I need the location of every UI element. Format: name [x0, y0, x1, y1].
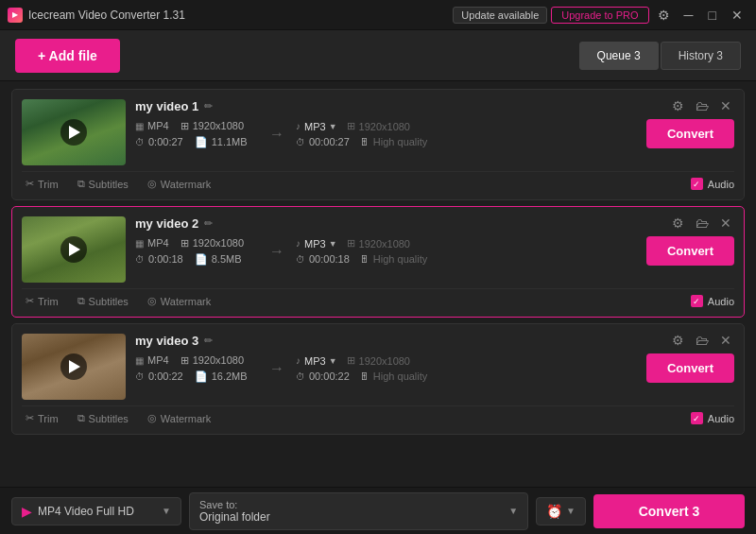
- audio-checkbox-1[interactable]: ✓ Audio: [691, 178, 734, 190]
- video-folder-button-1[interactable]: 🗁: [693, 97, 712, 114]
- subtitles-button-3[interactable]: ⧉ Subtitles: [74, 410, 144, 426]
- edit-icon-1[interactable]: ✏: [204, 100, 213, 112]
- target-duration-3: 00:00:22: [309, 370, 350, 382]
- video-thumb-2[interactable]: [22, 216, 126, 283]
- arrow-2: →: [258, 243, 296, 260]
- video-thumb-3[interactable]: [22, 334, 126, 400]
- video-item-1: ⚙ 🗁 ✕ my video 1 ✏ ▦: [11, 89, 745, 200]
- edit-icon-3[interactable]: ✏: [204, 335, 213, 347]
- timer-chevron-icon: ▼: [566, 506, 576, 516]
- subtitles-icon-2: ⧉: [77, 295, 85, 307]
- convert-button-3[interactable]: Convert: [646, 353, 734, 383]
- watermark-button-3[interactable]: ◎ Watermark: [144, 410, 226, 426]
- source-duration-2: 0:00:18: [148, 253, 183, 265]
- history-tab[interactable]: History 3: [661, 42, 741, 70]
- video-folder-button-3[interactable]: 🗁: [693, 332, 712, 349]
- source-format-2: MP4: [147, 237, 169, 249]
- source-duration-line-1: ⏱ 0:00:27 📄 11.1MB: [135, 136, 258, 148]
- subtitles-label-2: Subtitles: [89, 296, 129, 307]
- audio-label-3: Audio: [708, 413, 734, 424]
- audio-checkbox-3[interactable]: ✓ Audio: [691, 412, 734, 424]
- info-target-1: ♪ MP3 ▼ ⊞ 1920x1080 ⏱ 00:00:27 🎚 High qu…: [296, 120, 447, 147]
- trim-button-3[interactable]: ✂ Trim: [22, 410, 74, 426]
- video-thumb-1[interactable]: [22, 99, 126, 165]
- update-badge: Update available: [453, 7, 547, 24]
- video-settings-button-3[interactable]: ⚙: [669, 332, 687, 349]
- video-item-2: ⚙ 🗁 ✕ my video 2 ✏ ▦: [11, 206, 745, 318]
- video-close-button-1[interactable]: ✕: [717, 97, 734, 114]
- play-overlay-2[interactable]: [60, 236, 87, 263]
- format-icon-1: ▦: [135, 121, 144, 131]
- duration-icon-2: ⏱: [135, 254, 145, 265]
- subtitles-button-1[interactable]: ⧉ Subtitles: [74, 176, 144, 192]
- video-item-3: ⚙ 🗁 ✕ my video 3 ✏ ▦: [11, 323, 745, 435]
- target-resolution-2: 1920x1080: [359, 238, 410, 250]
- main-content: ⚙ 🗁 ✕ my video 1 ✏ ▦: [0, 81, 756, 487]
- target-res-icon-3: ⊞: [347, 354, 355, 367]
- queue-tab[interactable]: Queue 3: [579, 42, 659, 70]
- item-actions-top-3: ⚙ 🗁 ✕: [669, 332, 734, 349]
- video-item-top-3: my video 3 ✏ ▦ MP4 ⊞ 1920x1080 ⏱ 0:00:: [22, 334, 734, 400]
- convert-button-2[interactable]: Convert: [646, 236, 734, 266]
- target-duration-line-3: ⏱ 00:00:22 🎚 High quality: [296, 370, 447, 382]
- trim-label-3: Trim: [38, 413, 59, 424]
- toolbar: + Add file Queue 3 History 3: [0, 30, 756, 81]
- title-bar: ▶ Icecream Video Converter 1.31 Update a…: [0, 0, 756, 30]
- video-info-row-3: ▦ MP4 ⊞ 1920x1080 ⏱ 0:00:22 📄 16.2MB →: [135, 353, 734, 383]
- app-icon: ▶: [8, 8, 23, 23]
- format-selector[interactable]: ▶ MP4 Video Full HD ▼: [11, 497, 181, 525]
- watermark-button-2[interactable]: ◎ Watermark: [144, 293, 226, 309]
- convert-all-button[interactable]: Convert 3: [593, 494, 745, 528]
- bottom-bar: ▶ MP4 Video Full HD ▼ Save to: Original …: [0, 487, 756, 534]
- subtitles-label-3: Subtitles: [89, 413, 129, 424]
- video-name-row-1: my video 1 ✏: [135, 99, 734, 113]
- maximize-button[interactable]: □: [703, 6, 722, 25]
- title-bar-right: Update available Upgrade to PRO ⚙ ─ □ ✕: [453, 6, 748, 25]
- target-quality-icon-2: 🎚: [359, 253, 369, 265]
- timer-button[interactable]: ⏰ ▼: [536, 497, 586, 525]
- audio-checkbox-2[interactable]: ✓ Audio: [691, 295, 734, 307]
- audio-label-1: Audio: [708, 179, 734, 190]
- target-format-chevron-3: ▼: [329, 356, 337, 366]
- trim-button-1[interactable]: ✂ Trim: [22, 176, 74, 192]
- add-file-button[interactable]: + Add file: [15, 39, 120, 73]
- save-to-value: Original folder: [199, 510, 270, 524]
- target-format-badge-3[interactable]: MP3 ▼: [304, 355, 337, 367]
- trim-label-1: Trim: [38, 179, 59, 190]
- video-close-button-3[interactable]: ✕: [717, 332, 734, 349]
- audio-check-icon-3: ✓: [691, 412, 703, 424]
- trim-button-2[interactable]: ✂ Trim: [22, 293, 74, 309]
- source-format-line-2: ▦ MP4 ⊞ 1920x1080: [135, 237, 258, 250]
- upgrade-button[interactable]: Upgrade to PRO: [551, 7, 648, 24]
- target-format-icon-1: ♪: [296, 121, 301, 131]
- subtitles-button-2[interactable]: ⧉ Subtitles: [74, 293, 144, 309]
- play-overlay-3[interactable]: [60, 353, 87, 380]
- save-to-selector[interactable]: Save to: Original folder ▼: [189, 492, 528, 530]
- watermark-icon-1: ◎: [147, 178, 157, 190]
- video-close-button-2[interactable]: ✕: [717, 215, 734, 232]
- video-item-top-2: my video 2 ✏ ▦ MP4 ⊞ 1920x1080 ⏱ 0:00:: [22, 216, 734, 283]
- play-overlay-1[interactable]: [60, 119, 87, 146]
- audio-check-icon-1: ✓: [691, 178, 703, 190]
- format-chevron-icon: ▼: [162, 506, 171, 516]
- target-quality-icon-3: 🎚: [359, 370, 369, 382]
- settings-icon-button[interactable]: ⚙: [653, 6, 675, 25]
- video-folder-button-2[interactable]: 🗁: [693, 215, 712, 232]
- video-name-3: my video 3: [135, 334, 198, 348]
- tab-group: Queue 3 History 3: [579, 42, 741, 70]
- watermark-icon-2: ◎: [147, 295, 157, 307]
- arrow-3: →: [258, 360, 296, 377]
- duration-icon-3: ⏱: [135, 371, 145, 382]
- target-dur-icon-2: ⏱: [296, 254, 305, 265]
- minimize-button[interactable]: ─: [679, 6, 699, 25]
- edit-icon-2[interactable]: ✏: [204, 217, 213, 230]
- play-icon-1: [69, 126, 80, 139]
- video-settings-button-1[interactable]: ⚙: [669, 97, 687, 114]
- watermark-button-1[interactable]: ◎ Watermark: [144, 176, 226, 192]
- target-format-badge-2[interactable]: MP3 ▼: [304, 238, 337, 250]
- convert-button-1[interactable]: Convert: [646, 119, 734, 148]
- video-settings-button-2[interactable]: ⚙: [669, 215, 687, 232]
- target-format-badge-1[interactable]: MP3 ▼: [304, 121, 337, 132]
- close-button[interactable]: ✕: [726, 6, 748, 25]
- subtitles-icon-3: ⧉: [77, 412, 85, 424]
